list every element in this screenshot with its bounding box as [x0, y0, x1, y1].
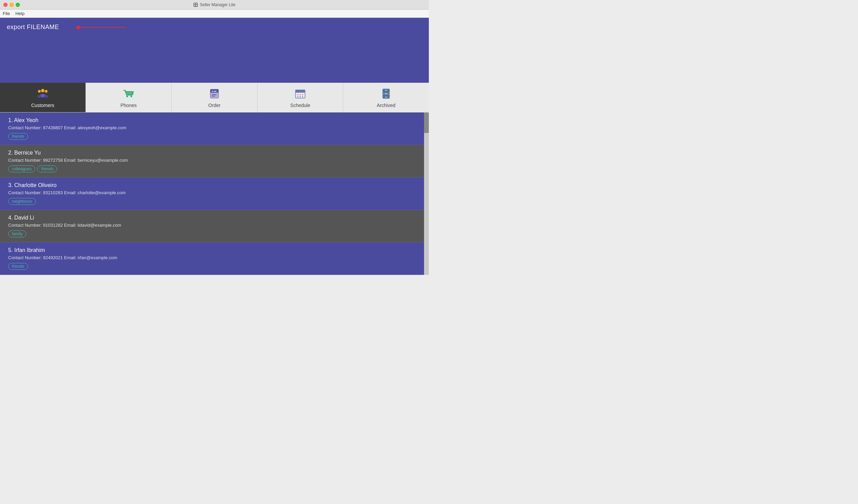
menu-bar: File Help [0, 10, 429, 18]
customer-item[interactable]: 3. Charlotte OliveiroContact Number: 932… [0, 177, 424, 210]
export-filename-text: export FILENAME [7, 24, 59, 31]
svg-rect-18 [212, 91, 213, 92]
customer-name: 3. Charlotte Oliveiro [8, 182, 417, 188]
svg-rect-35 [385, 97, 387, 97]
menu-help[interactable]: Help [15, 11, 25, 16]
svg-rect-2 [196, 3, 197, 4]
tag: friends [37, 165, 57, 172]
svg-rect-13 [126, 92, 133, 95]
svg-point-9 [37, 95, 41, 98]
schedule-icon [293, 87, 307, 101]
customer-tags: neighbours [8, 198, 417, 205]
customer-name: 1. Alex Yeoh [8, 117, 417, 123]
customer-contact: Contact Number: 93210283 Email: charlott… [8, 190, 417, 195]
svg-point-28 [302, 96, 303, 97]
svg-point-23 [298, 94, 299, 95]
svg-point-10 [44, 95, 48, 98]
svg-point-12 [131, 96, 132, 97]
svg-rect-16 [212, 94, 216, 95]
blue-banner [0, 37, 429, 83]
tab-archived-label: Archived [377, 103, 395, 108]
svg-point-7 [45, 90, 48, 93]
scrollbar-track[interactable] [424, 112, 429, 275]
tab-phones[interactable]: Phones [86, 83, 172, 112]
svg-rect-0 [194, 3, 198, 7]
customer-name: 5. Irfan Ibrahim [8, 247, 417, 253]
svg-point-11 [127, 96, 128, 97]
svg-rect-33 [385, 90, 387, 91]
tab-phones-label: Phones [120, 103, 136, 108]
close-button[interactable] [3, 3, 8, 7]
tab-order[interactable]: Order [172, 83, 258, 112]
arrow-line [79, 27, 127, 28]
order-icon [208, 87, 221, 101]
svg-rect-17 [212, 96, 215, 96]
svg-rect-1 [194, 3, 195, 4]
phones-icon [122, 87, 135, 101]
tab-order-label: Order [208, 103, 221, 108]
customer-contact: Contact Number: 87438807 Email: alexyeoh… [8, 125, 417, 130]
tag: friends [8, 263, 28, 270]
customer-item[interactable]: 5. Irfan IbrahimContact Number: 92492021… [0, 242, 424, 275]
customer-tags: friends [8, 133, 417, 140]
tab-schedule[interactable]: Schedule [258, 83, 343, 112]
svg-point-25 [302, 94, 303, 95]
customer-name: 2. Bernice Yu [8, 150, 417, 156]
arrow-indicator [75, 25, 127, 30]
svg-point-24 [300, 94, 301, 95]
svg-rect-19 [214, 91, 216, 92]
window-controls[interactable] [3, 3, 20, 7]
svg-rect-4 [196, 5, 197, 6]
tabs-container: Customers Phones [0, 83, 429, 112]
tag: family [8, 230, 26, 237]
svg-rect-34 [385, 93, 387, 94]
svg-point-5 [41, 89, 44, 92]
window-title: Seller Manager Lite [193, 2, 235, 7]
customer-tags: colleaguesfriends [8, 165, 417, 172]
customer-tags: friends [8, 263, 417, 270]
customer-item[interactable]: 4. David LiContact Number: 91031282 Emai… [0, 210, 424, 242]
customer-item[interactable]: 2. Bernice YuContact Number: 99272758 Em… [0, 145, 424, 177]
svg-rect-22 [295, 92, 305, 93]
svg-rect-3 [194, 5, 195, 6]
customer-name: 4. David Li [8, 215, 417, 221]
customer-list-wrapper: 1. Alex YeohContact Number: 87438807 Ema… [0, 112, 429, 275]
tag: friends [8, 133, 28, 140]
customer-list: 1. Alex YeohContact Number: 87438807 Ema… [0, 112, 424, 275]
customer-contact: Contact Number: 99272758 Email: bernicey… [8, 158, 417, 163]
tab-schedule-label: Schedule [290, 103, 310, 108]
app-icon [193, 2, 198, 7]
tab-customers-label: Customers [31, 103, 54, 108]
tag: neighbours [8, 198, 36, 205]
svg-point-27 [300, 96, 301, 97]
title-bar: Seller Manager Lite [0, 0, 429, 10]
tab-customers[interactable]: Customers [0, 83, 86, 112]
customer-contact: Contact Number: 92492021 Email: irfan@ex… [8, 255, 417, 260]
customers-icon [36, 87, 50, 101]
export-bar: export FILENAME [0, 18, 429, 37]
customer-contact: Contact Number: 91031282 Email: lidavid@… [8, 223, 417, 228]
customer-tags: family [8, 230, 417, 237]
tag: colleagues [8, 165, 35, 172]
maximize-button[interactable] [16, 3, 20, 7]
tab-archived[interactable]: Archived [343, 83, 429, 112]
svg-point-26 [298, 96, 299, 97]
minimize-button[interactable] [10, 3, 14, 7]
menu-file[interactable]: File [3, 11, 10, 16]
customer-item[interactable]: 1. Alex YeohContact Number: 87438807 Ema… [0, 112, 424, 145]
svg-point-6 [38, 90, 41, 93]
scrollbar-thumb[interactable] [424, 112, 429, 133]
archived-icon [379, 87, 393, 101]
